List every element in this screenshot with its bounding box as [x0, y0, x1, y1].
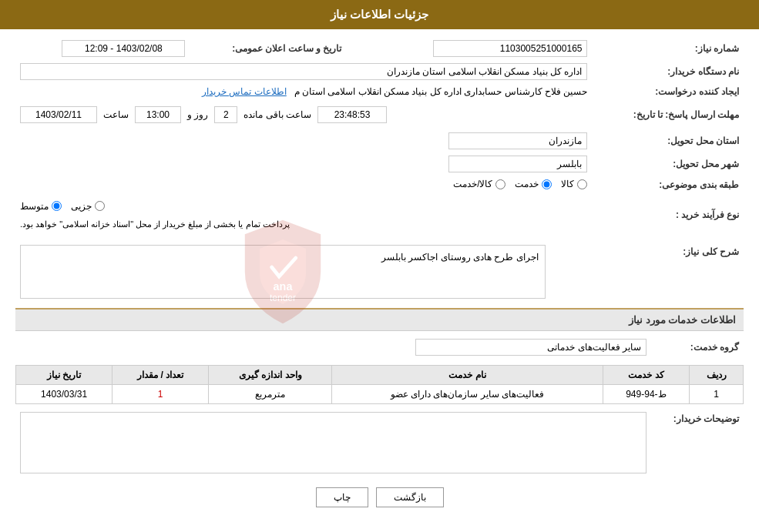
buyer-org-input: اداره کل بنیاد مسکن انقلاب اسلامی استان …	[20, 63, 587, 80]
date-label: تاریخ و ساعت اعلان عمومی:	[190, 37, 346, 60]
category-kala: کالا	[561, 179, 587, 189]
city-label: شهر محل تحویل:	[592, 152, 744, 176]
category-khedmat: خدمت	[515, 179, 552, 189]
services-data-table: ردیف کد خدمت نام خدمت واحد اندازه گیری ت…	[15, 365, 744, 404]
button-row: بازگشت چاپ	[15, 487, 744, 507]
cell-unit: مترمربع	[209, 384, 332, 403]
creator-value: حسین فلاح کارشناس حسابداری اداره کل بنیا…	[294, 86, 588, 97]
row-city: شهر محل تحویل: بابلسر	[15, 152, 744, 176]
deadline-remaining: 23:48:53	[317, 106, 387, 123]
deadline-date-input: 1403/02/11	[20, 106, 97, 123]
category-kala-khedmat: کالا/خدمت	[453, 179, 505, 189]
row-deadline: مهلت ارسال پاسخ: تا تاریخ: 23:48:53 ساعت…	[15, 100, 744, 129]
purchase-motavasset-radio[interactable]	[52, 201, 62, 211]
services-table-body: 1 ط-94-949 فعالیت‌های سایر سازمان‌های دا…	[16, 384, 744, 403]
cell-code: ط-94-949	[603, 384, 690, 403]
row-buyer-notes: توضیحات خریدار:	[15, 409, 744, 477]
date-input: 1403/02/08 - 12:09	[62, 40, 185, 57]
row-buyer-org: نام دستگاه خریدار: اداره کل بنیاد مسکن ا…	[15, 60, 744, 83]
purchase-jozi-radio[interactable]	[95, 201, 105, 211]
category-kala-khedmat-radio[interactable]	[495, 179, 505, 189]
province-input: مازندران	[448, 132, 587, 149]
province-label: استان محل تحویل:	[592, 129, 744, 152]
deadline-days-input: 2	[214, 106, 237, 123]
table-row: 1 ط-94-949 فعالیت‌های سایر سازمان‌های دا…	[16, 384, 744, 403]
row-service-group: گروه خدمت: سایر فعالیت‌های خدماتی	[15, 336, 744, 359]
date-value: 1403/02/08 - 12:09	[15, 37, 190, 60]
buyer-notes-textarea[interactable]	[24, 416, 643, 462]
need-number-value: 1103005251000165	[378, 37, 593, 60]
cell-name: فعالیت‌های سایر سازمان‌های دارای عضو	[332, 384, 603, 403]
description-text: اجرای طرح هادی روستای اجاکسر بابلسر	[24, 249, 542, 266]
purchase-type-label: نوع فرآیند خرید :	[592, 195, 744, 236]
row-description: شرح کلی نیاز: ana tender اجرای طرح هادی …	[15, 242, 744, 302]
cell-row: 1	[690, 384, 744, 403]
creator-label: ایجاد کننده درخواست:	[592, 83, 744, 100]
remaining-label: ساعت باقی مانده	[243, 109, 311, 120]
deadline-remaining-input: 23:48:53	[317, 106, 387, 123]
contact-link[interactable]: اطلاعات تماس خریدار	[202, 86, 287, 97]
back-button[interactable]: بازگشت	[376, 487, 444, 507]
table-header: ردیف کد خدمت نام خدمت واحد اندازه گیری ت…	[16, 365, 744, 384]
col-quantity: تعداد / مقدار	[113, 365, 209, 384]
description-table: شرح کلی نیاز: ana tender اجرای طرح هادی …	[15, 242, 744, 302]
buyer-notes-label: توضیحات خریدار:	[651, 409, 744, 477]
category-label: طبقه بندی موضوعی:	[592, 176, 744, 195]
day-label: روز و	[187, 109, 208, 120]
page-wrapper: جزئیات اطلاعات نیاز شماره نیاز: 11030052…	[0, 0, 759, 532]
purchase-radio-group: جزیی متوسط	[20, 201, 105, 212]
page-header: جزئیات اطلاعات نیاز	[0, 0, 759, 29]
buyer-notes-table: توضیحات خریدار:	[15, 409, 744, 477]
row-creator: ایجاد کننده درخواست: حسین فلاح کارشناس ح…	[15, 83, 744, 100]
city-input: بابلسر	[448, 156, 587, 172]
description-label: شرح کلی نیاز:	[550, 242, 744, 302]
row-purchase-type: نوع فرآیند خرید : جزیی متوسط	[15, 195, 744, 236]
deadline-label: مهلت ارسال پاسخ: تا تاریخ:	[592, 100, 744, 129]
cell-date: 1403/03/31	[16, 384, 113, 403]
purchase-motavasset: متوسط	[20, 201, 62, 212]
col-row: ردیف	[690, 365, 744, 384]
header-title: جزئیات اطلاعات نیاز	[331, 8, 428, 21]
col-unit: واحد اندازه گیری	[209, 365, 332, 384]
print-button[interactable]: چاپ	[316, 487, 368, 507]
main-content: شماره نیاز: 1103005251000165 تاریخ و ساع…	[0, 29, 759, 523]
svg-text:tender: tender	[270, 293, 296, 303]
service-group-label: گروه خدمت:	[651, 336, 744, 359]
category-radio-group: کالا خدمت کالا/خدمت	[453, 179, 587, 189]
buyer-notes-box	[20, 412, 646, 473]
services-section-header: اطلاعات خدمات مورد نیاز	[15, 308, 744, 331]
need-number-input: 1103005251000165	[433, 40, 587, 57]
service-group-input: سایر فعالیت‌های خدماتی	[415, 339, 646, 356]
category-khedmat-radio[interactable]	[542, 179, 552, 189]
deadline-time-input: 13:00	[135, 106, 181, 123]
services-table-wrapper: ردیف کد خدمت نام خدمت واحد اندازه گیری ت…	[15, 365, 744, 404]
info-table: شماره نیاز: 1103005251000165 تاریخ و ساع…	[15, 37, 744, 236]
col-name: نام خدمت	[332, 365, 603, 384]
purchase-jozi: جزیی	[71, 201, 105, 212]
row-category: طبقه بندی موضوعی: کالا خدمت	[15, 176, 744, 195]
row-need-number: شماره نیاز: 1103005251000165 تاریخ و ساع…	[15, 37, 744, 60]
svg-text:ana: ana	[273, 280, 293, 293]
service-group-table: گروه خدمت: سایر فعالیت‌های خدماتی	[15, 336, 744, 359]
description-box: ana tender اجرای طرح هادی روستای اجاکسر …	[20, 245, 546, 299]
col-code: کد خدمت	[603, 365, 690, 384]
category-kala-radio[interactable]	[577, 179, 587, 189]
row-province: استان محل تحویل: مازندران	[15, 129, 744, 152]
cell-quantity: 1	[113, 384, 209, 403]
buyer-org-label: نام دستگاه خریدار:	[592, 60, 744, 83]
time-label: ساعت	[103, 109, 129, 120]
purchase-note: پرداخت تمام یا بخشی از مبلغ خریدار از مح…	[20, 219, 290, 229]
need-number-label: شماره نیاز:	[592, 37, 744, 60]
col-date: تاریخ نیاز	[16, 365, 113, 384]
